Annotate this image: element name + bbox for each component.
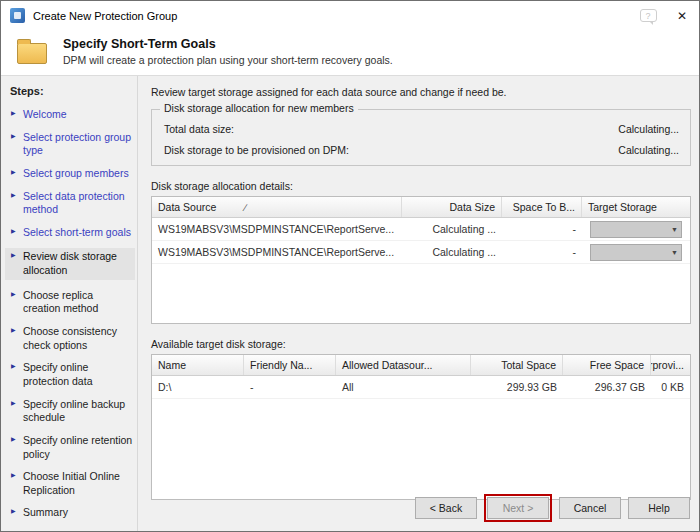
main-content: Review target storage assigned for each …	[138, 76, 699, 493]
available-table-label: Available target disk storage:	[151, 338, 691, 350]
column-header-underprovisioned[interactable]: Underprovi...	[651, 355, 690, 375]
disk-name-cell: D:\	[152, 381, 244, 393]
close-button[interactable]: ✕	[665, 1, 699, 30]
allowed-datasources-cell: All	[336, 381, 471, 393]
title-bar: Create New Protection Group ? ✕	[1, 1, 699, 30]
window-title: Create New Protection Group	[33, 10, 631, 22]
provisioned-storage-label: Disk storage to be provisioned on DPM:	[164, 144, 349, 156]
details-table-empty-area	[152, 264, 690, 323]
sidebar-item-specify-online-retention-policy[interactable]: ▶ Specify online retention policy	[10, 434, 133, 461]
data-size-cell: Calculating ...	[402, 223, 502, 235]
free-space-cell: 296.37 GB	[563, 381, 651, 393]
available-table-header: Name Friendly Na... Allowed Datasour... …	[152, 355, 690, 376]
step-bullet-icon: ▶	[11, 169, 16, 177]
details-table-label: Disk storage allocation details:	[151, 180, 691, 192]
chevron-down-icon: ▼	[671, 226, 678, 233]
help-icon: ?	[640, 9, 657, 22]
cancel-button[interactable]: Cancel	[559, 497, 621, 519]
available-table-empty-area	[152, 399, 690, 499]
data-source-cell: WS19MABSV3\MSDPMINSTANCE\ReportServe...	[152, 246, 402, 258]
close-icon: ✕	[677, 9, 687, 23]
provisioned-storage-value: Calculating...	[618, 144, 679, 156]
sidebar-item-choose-initial-online-replication[interactable]: ▶ Choose Initial Online Replication	[10, 470, 133, 497]
target-storage-select[interactable]: ▼	[590, 244, 682, 261]
wizard-footer: < Back Next > Cancel Help	[138, 493, 699, 531]
step-bullet-icon: ▶	[11, 228, 16, 236]
available-storage-table: Name Friendly Na... Allowed Datasour... …	[151, 354, 691, 500]
data-size-cell: Calculating ...	[402, 246, 502, 258]
help-button-footer[interactable]: Help	[628, 497, 690, 519]
step-bullet-icon: ▶	[11, 363, 16, 371]
allocation-groupbox: Disk storage allocation for new members …	[151, 109, 691, 166]
sidebar-item-select-group-members[interactable]: ▶ Select group members	[10, 167, 133, 181]
target-storage-cell: ▼	[582, 221, 690, 238]
column-header-target-storage[interactable]: Target Storage	[582, 197, 690, 217]
step-bullet-icon: ▶	[11, 327, 16, 335]
chevron-down-icon: ▼	[671, 249, 678, 256]
steps-heading: Steps:	[10, 85, 133, 97]
column-header-total-space[interactable]: Total Space	[471, 355, 563, 375]
total-data-size-value: Calculating...	[618, 123, 679, 135]
step-bullet-icon: ▶	[11, 472, 16, 480]
folder-icon	[17, 43, 47, 64]
sidebar-item-welcome[interactable]: ▶ Welcome	[10, 108, 133, 122]
page-title: Specify Short-Term Goals	[63, 37, 393, 51]
step-bullet-icon: ▶	[11, 436, 16, 444]
next-button-highlight: Next >	[484, 494, 552, 522]
help-button[interactable]: ?	[631, 1, 665, 30]
space-to-be-cell: -	[502, 223, 582, 235]
back-button[interactable]: < Back	[415, 497, 477, 519]
step-bullet-icon: ▶	[11, 252, 16, 260]
friendly-name-cell: -	[244, 381, 336, 393]
total-space-cell: 299.93 GB	[471, 381, 563, 393]
column-header-data-size[interactable]: Data Size	[402, 197, 502, 217]
wizard-header: Specify Short-Term Goals DPM will create…	[1, 30, 699, 76]
available-storage-row[interactable]: D:\ - All 299.93 GB 296.37 GB 0 KB	[152, 376, 690, 399]
space-to-be-cell: -	[502, 246, 582, 258]
details-table: Data Source ∕ Data Size Space To B... Ta…	[151, 196, 691, 324]
sidebar-item-select-protection-group-type[interactable]: ▶ Select protection group type	[10, 131, 133, 158]
provisioned-storage-row: Disk storage to be provisioned on DPM: C…	[164, 144, 679, 156]
sort-ascending-icon: ∕	[244, 202, 246, 213]
details-table-header: Data Source ∕ Data Size Space To B... Ta…	[152, 197, 690, 218]
underprovisioned-cell: 0 KB	[651, 381, 690, 393]
column-header-space-to-be[interactable]: Space To B...	[502, 197, 582, 217]
sidebar-item-review-disk-storage-allocation[interactable]: ▶ Review disk storage allocation	[5, 248, 135, 279]
column-header-name[interactable]: Name	[152, 355, 244, 375]
column-header-data-source[interactable]: Data Source ∕	[152, 197, 402, 217]
target-storage-cell: ▼	[582, 244, 690, 261]
steps-sidebar: Steps: ▶ Welcome ▶ Select protection gro…	[1, 76, 138, 531]
details-table-row[interactable]: WS19MABSV3\MSDPMINSTANCE\ReportServe... …	[152, 218, 690, 241]
intro-text: Review target storage assigned for each …	[151, 86, 691, 98]
sidebar-item-select-short-term-goals[interactable]: ▶ Select short-term goals	[10, 226, 133, 240]
sidebar-item-specify-online-protection-data[interactable]: ▶ Specify online protection data	[10, 361, 133, 388]
column-header-free-space[interactable]: Free Space	[563, 355, 651, 375]
total-data-size-label: Total data size:	[164, 123, 234, 135]
step-bullet-icon: ▶	[11, 291, 16, 299]
step-bullet-icon: ▶	[11, 508, 16, 516]
step-bullet-icon: ▶	[11, 192, 16, 200]
app-icon	[10, 8, 25, 23]
next-button[interactable]: Next >	[487, 497, 549, 519]
sidebar-item-specify-online-backup-schedule[interactable]: ▶ Specify online backup schedule	[10, 398, 133, 425]
page-subtitle: DPM will create a protection plan using …	[63, 54, 393, 66]
sidebar-item-select-data-protection-method[interactable]: ▶ Select data protection method	[10, 190, 133, 217]
details-table-row[interactable]: WS19MABSV3\MSDPMINSTANCE\ReportServe... …	[152, 241, 690, 264]
sidebar-item-choose-replica-creation-method[interactable]: ▶ Choose replica creation method	[10, 289, 133, 316]
sidebar-item-choose-consistency-check-options[interactable]: ▶ Choose consistency check options	[10, 325, 133, 352]
data-source-cell: WS19MABSV3\MSDPMINSTANCE\ReportServe...	[152, 223, 402, 235]
column-header-allowed-datasources[interactable]: Allowed Datasour...	[336, 355, 471, 375]
wizard-header-text: Specify Short-Term Goals DPM will create…	[63, 37, 393, 66]
dialog-window: Create New Protection Group ? ✕ Specify …	[0, 0, 700, 532]
sidebar-item-summary[interactable]: ▶ Summary	[10, 506, 133, 520]
step-bullet-icon: ▶	[11, 400, 16, 408]
allocation-groupbox-legend: Disk storage allocation for new members	[160, 102, 358, 114]
step-bullet-icon: ▶	[11, 133, 16, 141]
step-bullet-icon: ▶	[11, 110, 16, 118]
target-storage-select[interactable]: ▼	[590, 221, 682, 238]
total-data-size-row: Total data size: Calculating...	[164, 123, 679, 135]
column-header-friendly-name[interactable]: Friendly Na...	[244, 355, 336, 375]
